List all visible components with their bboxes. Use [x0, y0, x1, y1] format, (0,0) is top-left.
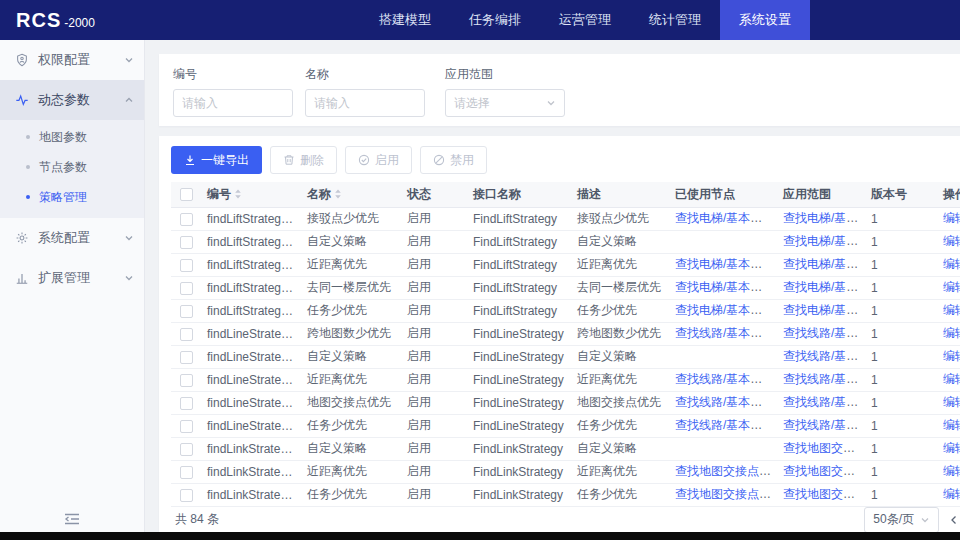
- row-checkbox[interactable]: [180, 374, 193, 387]
- filter-name-input[interactable]: [305, 89, 425, 117]
- bottom-bar: [0, 532, 960, 540]
- sidebar-group-label: 权限配置: [38, 51, 90, 69]
- cell-version: 1: [865, 437, 937, 460]
- edit-link[interactable]: 编辑: [943, 211, 960, 225]
- used-nodes-link[interactable]: 查找电梯/基本属性/查找: [675, 280, 777, 294]
- export-button[interactable]: 一键导出: [171, 146, 262, 174]
- used-nodes-link[interactable]: 查找线路/基本属性/查找: [675, 418, 777, 432]
- row-checkbox[interactable]: [180, 259, 193, 272]
- row-checkbox[interactable]: [180, 213, 193, 226]
- edit-link[interactable]: 编辑: [943, 257, 960, 271]
- sidebar-item[interactable]: 节点参数: [0, 152, 144, 182]
- scope-link[interactable]: 查找地图交接点/基本属...: [783, 441, 865, 455]
- nav-item[interactable]: 运营管理: [540, 0, 630, 40]
- cell-id: findLiftStrategyForC...: [201, 207, 301, 230]
- used-nodes-link[interactable]: 查找线路/基本属性/查找: [675, 372, 777, 386]
- nav-item[interactable]: 统计管理: [630, 0, 720, 40]
- row-checkbox[interactable]: [180, 236, 193, 249]
- edit-link[interactable]: 编辑: [943, 418, 960, 432]
- used-nodes-link[interactable]: 查找线路/基本属性/查找: [675, 395, 777, 409]
- delete-button[interactable]: 删除: [270, 146, 337, 174]
- scope-link[interactable]: 查找线路/基本属性/查找: [783, 372, 865, 386]
- cell-name: 近距离优先: [301, 460, 401, 483]
- collapse-sidebar-button[interactable]: [64, 512, 80, 526]
- used-nodes-link[interactable]: 查找线路/基本属性/查找: [675, 326, 777, 340]
- row-checkbox[interactable]: [180, 397, 193, 410]
- cell-scope: 查找线路/基本属性/查找: [777, 414, 865, 437]
- edit-link[interactable]: 编辑: [943, 303, 960, 317]
- used-nodes-link[interactable]: 查找电梯/基本属性/查找: [675, 303, 777, 317]
- row-checkbox[interactable]: [180, 305, 193, 318]
- used-nodes-link[interactable]: 查找地图交接点/基本属...: [675, 464, 777, 478]
- edit-link[interactable]: 编辑: [943, 349, 960, 363]
- sidebar-group-header[interactable]: 动态参数: [0, 80, 144, 120]
- row-checkbox[interactable]: [180, 443, 193, 456]
- enable-button[interactable]: 启用: [345, 146, 412, 174]
- cell-desc: 地图交接点优先: [571, 391, 669, 414]
- edit-link[interactable]: 编辑: [943, 464, 960, 478]
- row-checkbox[interactable]: [180, 282, 193, 295]
- sort-carets-icon[interactable]: [334, 188, 342, 200]
- table-row: findLinkStrategyFor...自定义策略启用FindLinkStr…: [171, 437, 960, 460]
- cell-actions: 编辑: [937, 230, 960, 253]
- scope-link[interactable]: 查找线路/基本属性/查找: [783, 326, 865, 340]
- scope-link[interactable]: 查找电梯/基本属性/查找: [783, 211, 865, 225]
- filter-scope-select[interactable]: 请选择: [445, 89, 565, 117]
- sidebar-group-header[interactable]: 权限配置: [0, 40, 144, 80]
- scope-link[interactable]: 查找线路/基本属性/查找: [783, 349, 865, 363]
- scope-link[interactable]: 查找地图交接点/基本属...: [783, 464, 865, 478]
- cell-name: 自定义策略: [301, 345, 401, 368]
- cell-used-nodes: [669, 345, 777, 368]
- edit-link[interactable]: 编辑: [943, 395, 960, 409]
- edit-link[interactable]: 编辑: [943, 326, 960, 340]
- scope-link[interactable]: 查找线路/基本属性/查找: [783, 395, 865, 409]
- cell-used-nodes: 查找线路/基本属性/查找: [669, 391, 777, 414]
- prev-page-button[interactable]: [947, 513, 960, 527]
- row-checkbox[interactable]: [180, 420, 193, 433]
- edit-link[interactable]: 编辑: [943, 487, 960, 501]
- chevron-down-icon: [920, 515, 930, 525]
- row-checkbox[interactable]: [180, 466, 193, 479]
- select-all-checkbox[interactable]: [180, 188, 193, 201]
- scope-link[interactable]: 查找电梯/基本属性/查找: [783, 280, 865, 294]
- nav-item[interactable]: 搭建模型: [360, 0, 450, 40]
- used-nodes-link[interactable]: 查找电梯/基本属性/查找: [675, 211, 777, 225]
- row-checkbox[interactable]: [180, 328, 193, 341]
- column-header-id[interactable]: 编号: [201, 182, 301, 207]
- disable-button[interactable]: 禁用: [420, 146, 487, 174]
- column-label: 接口名称: [473, 186, 521, 203]
- scope-link[interactable]: 查找电梯/基本属性/查找: [783, 303, 865, 317]
- nav-item[interactable]: 系统设置: [720, 0, 810, 40]
- scope-link[interactable]: 查找线路/基本属性/查找: [783, 418, 865, 432]
- used-nodes-link[interactable]: 查找电梯/基本属性/查找: [675, 257, 777, 271]
- strategy-table: 编号名称状态接口名称描述已使用节点应用范围版本号操作 findLiftStrat…: [171, 182, 960, 507]
- column-header-name[interactable]: 名称: [301, 182, 401, 207]
- sort-carets-icon[interactable]: [234, 188, 242, 200]
- scope-link[interactable]: 查找地图交接点/基本属...: [783, 487, 865, 501]
- column-label: 操作: [943, 186, 960, 203]
- filter-field: 应用范围请选择: [445, 66, 567, 126]
- button-label: 启用: [375, 152, 399, 169]
- page-size-select[interactable]: 50条/页: [864, 507, 939, 533]
- column-label: 版本号: [871, 186, 907, 203]
- row-checkbox[interactable]: [180, 351, 193, 364]
- filter-id-input[interactable]: [173, 89, 293, 117]
- scope-link[interactable]: 查找电梯/基本属性/查找: [783, 234, 865, 248]
- sidebar-item[interactable]: 策略管理: [0, 182, 144, 212]
- sidebar-item-label: 地图参数: [39, 129, 87, 146]
- cell-name: 任务少优先: [301, 299, 401, 322]
- edit-link[interactable]: 编辑: [943, 234, 960, 248]
- cell-desc: 近距离优先: [571, 253, 669, 276]
- edit-link[interactable]: 编辑: [943, 372, 960, 386]
- row-checkbox[interactable]: [180, 489, 193, 502]
- edit-link[interactable]: 编辑: [943, 441, 960, 455]
- sidebar-group-header[interactable]: 系统配置: [0, 218, 144, 258]
- sidebar-group-header[interactable]: 扩展管理: [0, 258, 144, 298]
- brand-suffix: -2000: [64, 16, 95, 30]
- sidebar-item[interactable]: 地图参数: [0, 122, 144, 152]
- scope-link[interactable]: 查找电梯/基本属性/查找: [783, 257, 865, 271]
- edit-link[interactable]: 编辑: [943, 280, 960, 294]
- cell-desc: 去同一楼层优先: [571, 276, 669, 299]
- used-nodes-link[interactable]: 查找地图交接点/基本属...: [675, 487, 777, 501]
- nav-item[interactable]: 任务编排: [450, 0, 540, 40]
